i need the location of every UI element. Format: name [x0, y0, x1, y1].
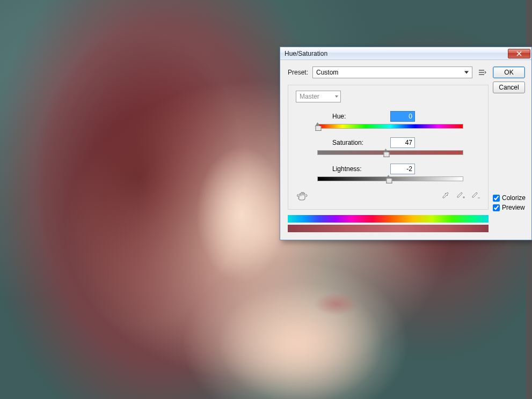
colorize-checkbox[interactable] [493, 195, 500, 202]
eyedropper-tool[interactable] [441, 191, 450, 201]
input-spectrum [288, 215, 489, 223]
close-icon [516, 51, 522, 56]
hue-label: Hue: [332, 113, 390, 120]
saturation-input[interactable] [390, 137, 415, 148]
lightness-label: Lightness: [332, 165, 390, 173]
hue-row: Hue: [296, 111, 480, 122]
spectrum-display [288, 215, 489, 232]
eyedropper-minus-icon [471, 191, 480, 200]
channel-value: Master [300, 93, 319, 100]
dialog-right-column: OK Cancel Colorize Preview [493, 66, 525, 211]
hue-slider-thumb[interactable] [315, 122, 321, 131]
hue-slider[interactable] [317, 124, 463, 129]
dialog-title: Hue/Saturation [285, 50, 508, 57]
chevron-down-icon [464, 71, 469, 74]
eyedropper-subtract-tool[interactable] [471, 191, 480, 201]
eyedropper-icon [441, 191, 450, 200]
lightness-input[interactable] [390, 164, 415, 174]
channel-dropdown[interactable]: Master [296, 91, 341, 102]
preview-checkbox-row[interactable]: Preview [493, 204, 525, 211]
eyedropper-add-tool[interactable] [456, 191, 465, 201]
checkbox-group: Colorize Preview [493, 192, 525, 211]
preview-label: Preview [502, 204, 525, 211]
hue-saturation-dialog: Hue/Saturation Preset: Custom [280, 47, 532, 240]
lightness-slider-thumb[interactable] [386, 175, 392, 183]
hue-input[interactable] [390, 111, 415, 122]
preset-label: Preset: [288, 69, 308, 76]
dialog-titlebar[interactable]: Hue/Saturation [280, 47, 531, 60]
colorize-checkbox-row[interactable]: Colorize [493, 194, 525, 202]
menu-icon [478, 69, 487, 76]
chevron-down-icon [335, 95, 338, 98]
hand-icon [296, 190, 309, 201]
targeted-adjust-tool[interactable] [296, 190, 310, 202]
eyedropper-plus-icon [456, 191, 465, 200]
lightness-row: Lightness: [296, 164, 480, 174]
eyedropper-group [441, 191, 480, 201]
adjustment-frame: Master Hue: Saturation: [288, 85, 489, 210]
output-spectrum [288, 225, 489, 232]
colorize-label: Colorize [502, 194, 526, 202]
preset-menu-button[interactable] [477, 68, 489, 77]
saturation-label: Saturation: [332, 139, 390, 146]
preset-value: Custom [316, 69, 338, 76]
dialog-left-column: Preset: Custom Master [288, 66, 489, 232]
ok-button[interactable]: OK [493, 66, 525, 78]
close-button[interactable] [508, 49, 530, 58]
saturation-slider-thumb[interactable] [383, 149, 389, 157]
preview-checkbox[interactable] [493, 204, 500, 211]
saturation-slider[interactable] [317, 150, 463, 155]
saturation-row: Saturation: [296, 137, 480, 148]
dialog-body: Preset: Custom Master [280, 60, 531, 240]
preset-row: Preset: Custom [288, 66, 489, 78]
cancel-button[interactable]: Cancel [493, 82, 525, 93]
lightness-slider[interactable] [317, 176, 463, 181]
tools-row [296, 190, 480, 202]
preset-dropdown[interactable]: Custom [312, 66, 472, 78]
